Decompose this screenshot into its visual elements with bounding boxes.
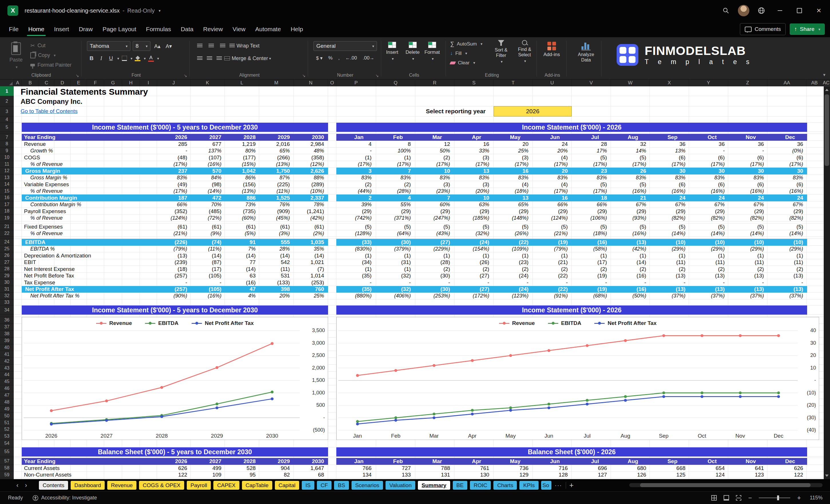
- table-header-cell[interactable]: Jul: [572, 458, 611, 465]
- table-cell[interactable]: (23%): [415, 188, 454, 194]
- vertical-scroll-thumb[interactable]: [825, 94, 829, 166]
- table-header-cell[interactable]: Mar: [415, 134, 454, 141]
- row-header[interactable]: 39: [0, 338, 14, 344]
- table-cell[interactable]: (44%): [337, 188, 376, 194]
- table-cell[interactable]: (2%): [294, 230, 328, 237]
- table-cell[interactable]: (485): [191, 208, 226, 215]
- addins-button[interactable]: Add-ins: [543, 42, 560, 58]
- row-header[interactable]: 58: [0, 465, 14, 472]
- row-label-cell[interactable]: Net Profit After Tax: [22, 286, 157, 292]
- row-header[interactable]: 43: [0, 365, 14, 372]
- table-header-cell[interactable]: Oct: [690, 134, 729, 141]
- row-header[interactable]: 27: [0, 259, 14, 266]
- table-cell[interactable]: (17%): [533, 161, 572, 167]
- table-cell[interactable]: (9%): [191, 230, 226, 237]
- table-cell[interactable]: (17%): [415, 161, 454, 167]
- cut-button[interactable]: ✂Cut: [30, 41, 71, 50]
- table-cell[interactable]: 25%: [294, 293, 328, 299]
- row-header[interactable]: 5: [0, 123, 14, 132]
- number-format-select[interactable]: General▾: [314, 41, 377, 51]
- row-label-cell[interactable]: COGS: [22, 154, 157, 161]
- table-cell[interactable]: (156): [225, 181, 260, 188]
- table-cell[interactable]: (30): [415, 286, 454, 292]
- copy-button[interactable]: Copy▾: [30, 51, 71, 60]
- table-cell[interactable]: (14%): [729, 230, 768, 237]
- table-cell[interactable]: (29): [415, 208, 454, 215]
- table-cell[interactable]: (371%): [376, 215, 415, 221]
- menu-tab-file[interactable]: File: [4, 21, 24, 37]
- column-header[interactable]: C: [39, 80, 54, 86]
- row-label-cell[interactable]: Depreciation & Amortization: [22, 253, 157, 259]
- table-header-cell[interactable]: Aug: [611, 458, 650, 465]
- table-header-cell[interactable]: Mar: [415, 458, 454, 465]
- row-header[interactable]: 28: [0, 266, 14, 273]
- table-cell[interactable]: 67%: [690, 202, 729, 208]
- column-header[interactable]: O: [328, 80, 337, 86]
- table-cell[interactable]: 28: [572, 141, 611, 147]
- table-cell[interactable]: 766: [337, 465, 376, 471]
- table-cell[interactable]: 641: [729, 465, 768, 471]
- table-cell[interactable]: (1,241): [294, 208, 328, 215]
- table-header-cell[interactable]: Nov: [729, 134, 768, 141]
- minimize-button[interactable]: [771, 3, 789, 19]
- row-label-cell[interactable]: % of Revenue: [22, 215, 157, 221]
- column-header[interactable]: K: [190, 80, 225, 86]
- table-cell[interactable]: (239): [157, 259, 191, 265]
- clipboard-dialog-launcher[interactable]: ↘: [75, 73, 79, 78]
- row-header[interactable]: 55: [0, 447, 14, 456]
- table-header-cell[interactable]: Jun: [533, 458, 572, 465]
- tabs-scroll-right[interactable]: ›: [22, 482, 30, 489]
- table-cell[interactable]: (24): [493, 273, 533, 279]
- table-cell[interactable]: -: [376, 280, 415, 286]
- table-cell[interactable]: (17%): [493, 161, 533, 167]
- table-cell[interactable]: -: [493, 280, 533, 286]
- table-header-cell[interactable]: Apr: [454, 134, 493, 141]
- align-bottom-button[interactable]: [218, 41, 227, 50]
- table-cell[interactable]: (6): [650, 181, 689, 188]
- collapse-ribbon-icon[interactable]: ▾: [823, 72, 825, 77]
- font-family-select[interactable]: Tahoma▾: [87, 41, 130, 51]
- table-cell[interactable]: 36: [690, 141, 729, 147]
- table-cell[interactable]: (16): [611, 286, 650, 292]
- table-cell[interactable]: (0%): [768, 148, 807, 154]
- table-cell[interactable]: (5): [572, 154, 611, 161]
- table-cell[interactable]: 8: [376, 141, 415, 147]
- table-cell[interactable]: 10: [454, 195, 493, 201]
- table-cell[interactable]: -: [157, 280, 191, 286]
- table-cell[interactable]: -: [533, 280, 572, 286]
- sort-filter-button[interactable]: Sort & Filter▾: [489, 40, 513, 64]
- fill-color-button[interactable]: [133, 54, 142, 63]
- table-cell[interactable]: (79%): [157, 246, 191, 252]
- table-cell[interactable]: 83%: [650, 175, 689, 181]
- table-header-cell[interactable]: Year Ending: [22, 458, 157, 465]
- table-cell[interactable]: (16%): [690, 188, 729, 194]
- table-cell[interactable]: (13): [729, 273, 768, 279]
- table-cell[interactable]: (6): [768, 154, 807, 161]
- table-cell[interactable]: (6): [729, 154, 768, 161]
- row-header[interactable]: 11: [0, 161, 14, 168]
- table-cell[interactable]: 83%: [376, 175, 415, 181]
- table-cell[interactable]: 95: [225, 472, 260, 478]
- table-cell[interactable]: (6): [650, 154, 689, 161]
- table-cell[interactable]: 65%: [260, 148, 294, 154]
- table-cell[interactable]: (225): [260, 181, 294, 188]
- comments-button[interactable]: Comments: [740, 23, 786, 35]
- table-cell[interactable]: (13): [650, 286, 689, 292]
- table-cell[interactable]: (14): [611, 259, 650, 265]
- sheet-tab-bs[interactable]: BS: [334, 481, 349, 490]
- table-cell[interactable]: 60%: [415, 202, 454, 208]
- table-cell[interactable]: 28%: [260, 246, 294, 252]
- table-cell[interactable]: 124: [690, 472, 729, 478]
- table-cell[interactable]: (226): [157, 239, 191, 245]
- row-label-cell[interactable]: Net Interest Expense: [22, 266, 157, 272]
- menu-tab-draw[interactable]: Draw: [74, 21, 98, 37]
- row-header[interactable]: 33: [0, 300, 14, 306]
- table-cell[interactable]: (2): [337, 181, 376, 188]
- table-cell[interactable]: 76%: [260, 202, 294, 208]
- table-cell[interactable]: (1): [337, 154, 376, 161]
- table-cell[interactable]: (29): [768, 208, 807, 215]
- align-middle-button[interactable]: [206, 41, 216, 50]
- table-cell[interactable]: (6): [690, 154, 729, 161]
- table-cell[interactable]: 30: [690, 168, 729, 174]
- table-cell[interactable]: 30: [650, 168, 689, 174]
